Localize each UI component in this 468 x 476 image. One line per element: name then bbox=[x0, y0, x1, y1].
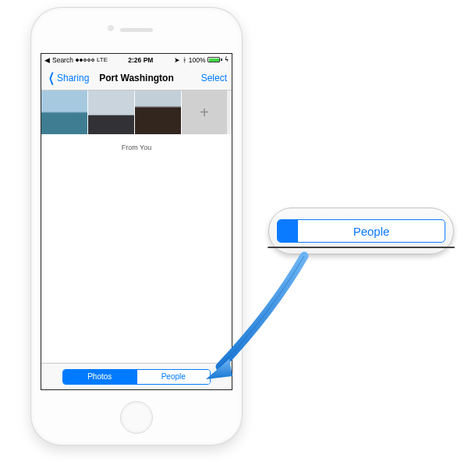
callout-underline bbox=[268, 247, 455, 248]
back-to-app-label[interactable]: Search bbox=[52, 56, 73, 64]
home-button[interactable] bbox=[120, 401, 153, 434]
photo-thumbnail[interactable] bbox=[135, 91, 182, 134]
segment-people[interactable]: People bbox=[136, 370, 211, 384]
add-photo-button[interactable]: + bbox=[182, 91, 227, 134]
iphone-device-frame: ◀ Search LTE 2:26 PM ➤ ᚼ 100% ϟ ❮ bbox=[31, 8, 242, 445]
from-you-label: From You bbox=[41, 134, 232, 161]
instruction-callout: People bbox=[268, 208, 454, 254]
chevron-left-icon: ❮ bbox=[48, 75, 55, 81]
content-area bbox=[41, 161, 232, 363]
photo-thumbnail[interactable] bbox=[88, 91, 135, 134]
network-label: LTE bbox=[97, 56, 108, 63]
bottom-toolbar: Photos People bbox=[41, 363, 232, 389]
callout-segment-people[interactable]: People bbox=[298, 220, 445, 242]
signal-dots bbox=[76, 59, 94, 62]
status-bar: ◀ Search LTE 2:26 PM ➤ ᚼ 100% ϟ bbox=[41, 54, 232, 66]
speaker-grille bbox=[120, 28, 153, 32]
select-button[interactable]: Select bbox=[201, 73, 227, 83]
battery-percent: 100% bbox=[189, 56, 206, 64]
plus-icon: + bbox=[200, 104, 209, 122]
segmented-control: Photos People bbox=[62, 369, 211, 385]
callout-segmented-control: People bbox=[277, 219, 445, 243]
bluetooth-icon: ᚼ bbox=[183, 56, 186, 64]
battery-icon bbox=[207, 57, 222, 62]
front-camera bbox=[108, 25, 114, 31]
navigation-bar: ❮ Sharing Port Washington Select bbox=[41, 66, 232, 91]
charging-icon: ϟ bbox=[225, 56, 229, 63]
photo-thumbnail[interactable] bbox=[41, 91, 88, 134]
segment-photos[interactable]: Photos bbox=[63, 370, 136, 384]
callout-segment-active-stub bbox=[278, 220, 298, 242]
photo-strip: + bbox=[41, 91, 232, 134]
device-screen: ◀ Search LTE 2:26 PM ➤ ᚼ 100% ϟ ❮ bbox=[41, 53, 232, 390]
back-button[interactable]: ❮ Sharing bbox=[46, 73, 89, 83]
status-time: 2:26 PM bbox=[128, 56, 153, 64]
back-label: Sharing bbox=[57, 73, 89, 83]
back-to-app-icon[interactable]: ◀ bbox=[44, 56, 50, 64]
location-icon: ➤ bbox=[174, 56, 180, 64]
